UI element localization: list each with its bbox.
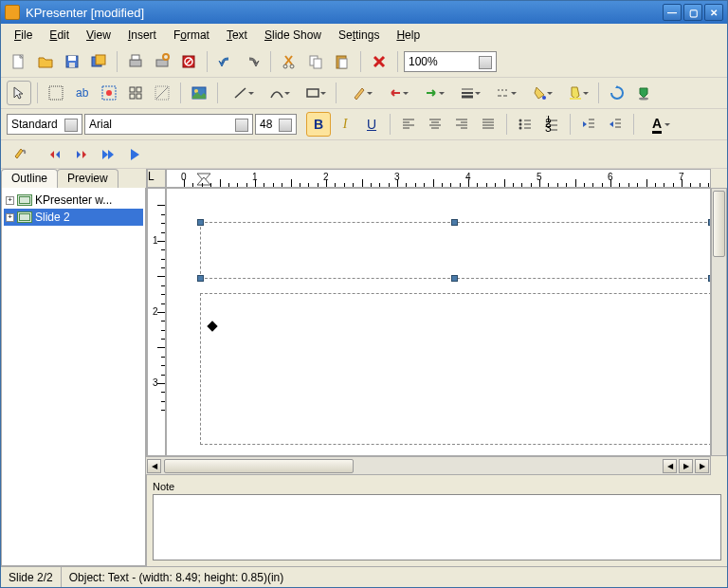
open-button[interactable]: [33, 49, 58, 74]
effect-2-button[interactable]: [69, 142, 94, 167]
arrow-right-tool[interactable]: [414, 81, 448, 105]
align-justify-button[interactable]: [476, 112, 500, 137]
shadow-button[interactable]: [631, 81, 656, 105]
arrow-left-tool[interactable]: [378, 81, 412, 105]
menu-help[interactable]: Help: [389, 27, 428, 44]
menu-text[interactable]: Text: [219, 27, 255, 44]
delete-button[interactable]: [367, 49, 391, 74]
toolbar-format: Standard Arial 48 B I U 123 A: [1, 109, 727, 140]
text-frame-button[interactable]: ab: [70, 81, 95, 105]
number-list-button[interactable]: 123: [539, 112, 564, 137]
close-button[interactable]: ✕: [704, 4, 723, 21]
menu-edit[interactable]: Edit: [42, 27, 77, 44]
menu-slideshow[interactable]: Slide Show: [257, 27, 329, 44]
menu-view[interactable]: View: [79, 27, 118, 44]
horizontal-scrollbar[interactable]: ◀ ◀▶▶: [145, 456, 711, 475]
zoom-combo[interactable]: 100%: [404, 51, 497, 72]
note-label: Note: [153, 481, 721, 492]
line-style-button[interactable]: [450, 81, 484, 105]
configure-button[interactable]: [7, 142, 31, 167]
select-all-frames-button[interactable]: [44, 81, 68, 105]
effect-1-button[interactable]: [43, 142, 67, 167]
cut-button[interactable]: [277, 49, 301, 74]
align-right-button[interactable]: [449, 112, 474, 137]
print-preview-button[interactable]: [150, 49, 174, 74]
svg-point-42: [542, 96, 546, 100]
window-title: KPresenter [modified]: [26, 6, 661, 20]
svg-rect-30: [136, 94, 141, 99]
menu-format[interactable]: Format: [166, 27, 217, 44]
play-button[interactable]: [122, 142, 147, 167]
note-input[interactable]: [153, 494, 721, 560]
slide-icon: [17, 211, 32, 223]
paste-button[interactable]: [330, 49, 355, 74]
svg-rect-8: [156, 60, 168, 66]
slide-tree[interactable]: + KPresenter w... + Slide 2: [1, 188, 146, 566]
tree-item[interactable]: + KPresenter w...: [4, 192, 143, 209]
increase-indent-button[interactable]: [603, 112, 628, 137]
insert-image-button[interactable]: [187, 81, 211, 105]
ruler-corner: L: [147, 169, 166, 188]
tree-label: Slide 2: [35, 211, 70, 224]
print-button[interactable]: [123, 49, 148, 74]
notes-pane: Note: [147, 475, 727, 566]
vertical-scrollbar[interactable]: [711, 188, 727, 456]
svg-rect-5: [96, 55, 105, 64]
decrease-indent-button[interactable]: [576, 112, 601, 137]
rotate-button[interactable]: [605, 81, 629, 105]
undo-button[interactable]: [213, 49, 238, 74]
content-frame[interactable]: [200, 293, 711, 445]
font-color-button[interactable]: A: [640, 112, 674, 137]
svg-rect-29: [130, 94, 135, 99]
rectangle-tool[interactable]: [296, 81, 330, 105]
menu-insert[interactable]: Insert: [120, 27, 164, 44]
italic-button[interactable]: I: [333, 112, 357, 137]
maximize-button[interactable]: ▢: [683, 4, 702, 21]
horizontal-ruler[interactable]: 01234567: [166, 169, 711, 188]
select-grid-button[interactable]: [123, 81, 148, 105]
line-tool[interactable]: [224, 81, 258, 105]
menu-settings[interactable]: Settings: [331, 27, 387, 44]
fast-forward-button[interactable]: [96, 142, 120, 167]
svg-line-32: [156, 87, 168, 99]
text-frame-selection[interactable]: [200, 222, 711, 279]
select-contiguous-button[interactable]: [97, 81, 121, 105]
fill-color-button[interactable]: [522, 81, 556, 105]
sidebar-tabs: Outline Preview: [1, 169, 146, 188]
curve-tool[interactable]: [260, 81, 294, 105]
svg-point-9: [163, 54, 169, 60]
font-combo[interactable]: Arial: [84, 114, 253, 135]
font-size-combo[interactable]: 48: [255, 114, 297, 135]
highlight-button[interactable]: [558, 81, 592, 105]
toolbar-standard: 100%: [1, 46, 727, 78]
selection-tool[interactable]: [7, 81, 31, 105]
menu-file[interactable]: File: [7, 27, 40, 44]
svg-line-35: [235, 88, 246, 98]
align-center-button[interactable]: [423, 112, 447, 137]
tree-item[interactable]: + Slide 2: [4, 209, 143, 226]
copy-button[interactable]: [303, 49, 328, 74]
minimize-button[interactable]: —: [663, 4, 682, 21]
line-width-button[interactable]: [486, 81, 520, 105]
svg-point-26: [106, 90, 112, 96]
slide-canvas[interactable]: [166, 188, 711, 456]
bold-button[interactable]: B: [306, 112, 331, 137]
tab-outline[interactable]: Outline: [1, 169, 58, 188]
bullet-list-button[interactable]: [513, 112, 537, 137]
stop-button[interactable]: [176, 49, 201, 74]
redo-button[interactable]: [240, 49, 264, 74]
deselect-button[interactable]: [150, 81, 174, 105]
vertical-ruler[interactable]: 123: [147, 188, 166, 456]
pen-color-button[interactable]: [342, 81, 376, 105]
underline-button[interactable]: U: [359, 112, 384, 137]
expand-icon[interactable]: +: [6, 213, 14, 222]
canvas-area: L 01234567 123: [147, 169, 727, 475]
tab-preview[interactable]: Preview: [57, 169, 118, 188]
save-button[interactable]: [60, 49, 84, 74]
save-as-button[interactable]: [86, 49, 111, 74]
new-button[interactable]: [7, 49, 31, 74]
align-left-button[interactable]: [396, 112, 421, 137]
body: Outline Preview + KPresenter w... + Slid…: [1, 169, 727, 566]
style-combo[interactable]: Standard: [7, 114, 82, 135]
expand-icon[interactable]: +: [6, 196, 14, 205]
